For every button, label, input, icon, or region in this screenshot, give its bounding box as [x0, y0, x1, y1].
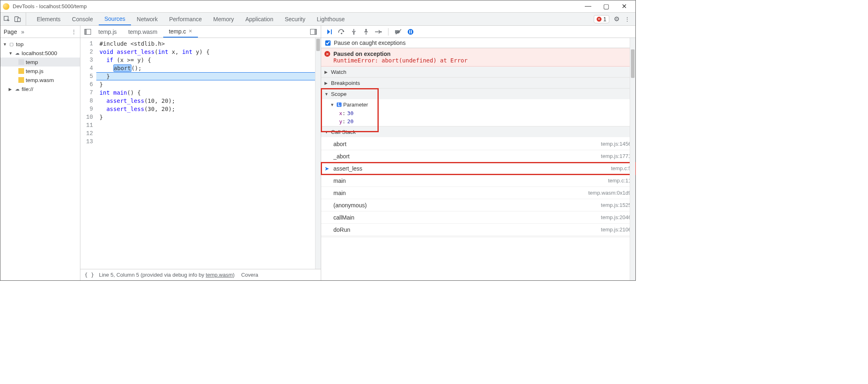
local-badge-icon: L: [337, 102, 342, 107]
scope-variable[interactable]: y: 20: [321, 117, 635, 125]
deactivate-breakpoints-icon[interactable]: [394, 28, 402, 36]
inspect-icon[interactable]: [4, 16, 10, 22]
toggle-debugger-icon[interactable]: [309, 29, 318, 35]
editor-panel: temp.jstemp.wasmtemp.c✕ 1234567891011121…: [80, 26, 321, 280]
pause-on-caught-row[interactable]: Pause on caught exceptions: [321, 38, 635, 48]
error-circle-icon: ✕: [324, 51, 330, 57]
tab-network[interactable]: Network: [131, 13, 163, 25]
svg-rect-15: [411, 30, 412, 33]
toggle-navigator-icon[interactable]: [83, 26, 93, 38]
tab-lighthouse[interactable]: Lighthouse: [311, 13, 351, 25]
window-title: DevTools - localhost:5000/temp: [13, 3, 584, 9]
step-into-icon[interactable]: [350, 28, 358, 36]
callstack-frame[interactable]: maintemp.wasm:0x1d9: [321, 187, 635, 199]
paused-detail: RuntimeError: abort(undefined) at Error: [333, 57, 631, 64]
svg-rect-6: [315, 29, 317, 34]
more-menu-icon[interactable]: ⋮: [624, 16, 630, 22]
pretty-print-icon[interactable]: { }: [84, 272, 94, 278]
callstack-frame[interactable]: _aborttemp.js:1771: [321, 150, 635, 162]
script-icon: [18, 77, 24, 83]
navigator-page-label[interactable]: Page: [4, 29, 17, 35]
editor-tab[interactable]: temp.js: [93, 26, 122, 38]
tree-file[interactable]: temp: [0, 58, 80, 67]
editor-tab[interactable]: temp.wasm: [122, 26, 163, 38]
file-tree: ▼ top ▼ localhost:5000 temptemp.jstemp.w…: [0, 38, 80, 280]
navigator-overflow-icon[interactable]: »: [21, 29, 24, 35]
toolbar-separator: [388, 28, 388, 36]
callstack-frame[interactable]: ➤assert_lesstemp.c:5: [321, 162, 635, 175]
pause-on-caught-label: Pause on caught exceptions: [334, 40, 406, 46]
step-over-icon[interactable]: [337, 28, 346, 36]
tab-console[interactable]: Console: [66, 13, 98, 25]
script-icon: [18, 68, 24, 74]
devtools-window: DevTools - localhost:5000/temp — ▢ ✕ Ele…: [0, 0, 636, 281]
device-toggle-icon[interactable]: [14, 16, 21, 22]
navigator-header: Page » ⋮: [0, 26, 80, 38]
frame-location: temp.js:1525: [601, 202, 631, 208]
scope-variable[interactable]: x: 30: [321, 109, 635, 117]
breakpoints-section-header[interactable]: ▶ Breakpoints: [321, 78, 635, 88]
tab-memory[interactable]: Memory: [208, 13, 240, 25]
debugger-toolbar: [321, 26, 635, 38]
svg-point-8: [341, 33, 342, 34]
frame-location: temp.js:2046: [601, 214, 631, 220]
settings-icon[interactable]: ⚙: [613, 16, 620, 22]
debug-info-source-link[interactable]: temp.wasm: [206, 272, 233, 278]
close-tab-icon[interactable]: ✕: [189, 29, 192, 34]
tree-origin[interactable]: ▼ localhost:5000: [0, 49, 80, 58]
tab-sources[interactable]: Sources: [99, 13, 131, 25]
error-count-badge[interactable]: ✕ 1: [594, 15, 609, 23]
navigator-panel: Page » ⋮ ▼ top ▼ localhost:5000 temptemp…: [0, 26, 80, 280]
debugger-scrollbar[interactable]: [630, 38, 635, 280]
frame-location: temp.c:11: [608, 178, 631, 184]
callstack-frame[interactable]: doRuntemp.js:2106: [321, 224, 635, 236]
caret-icon: ▼: [324, 130, 329, 134]
caret-icon: ▼: [324, 92, 329, 96]
tree-file[interactable]: temp.wasm: [0, 75, 80, 84]
callstack-frame[interactable]: callMaintemp.js:2046: [321, 211, 635, 224]
code-area[interactable]: #include <stdlib.h>void assert_less(int …: [96, 38, 321, 269]
callstack-frame[interactable]: (anonymous)temp.js:1525: [321, 199, 635, 211]
resume-icon[interactable]: [325, 28, 333, 36]
code-editor[interactable]: 12345678910111213 #include <stdlib.h>voi…: [80, 38, 321, 269]
paused-message: ✕ Paused on exception RuntimeError: abor…: [321, 48, 635, 67]
navigator-more-icon[interactable]: ⋮: [71, 29, 77, 35]
callstack-section-header[interactable]: ▼ Call Stack: [321, 127, 635, 137]
pause-on-caught-checkbox[interactable]: [325, 40, 331, 46]
coverage-label: Covera: [241, 272, 258, 278]
frame-location: temp.js:1456: [601, 141, 631, 147]
close-button[interactable]: ✕: [620, 2, 628, 10]
editor-tab[interactable]: temp.c✕: [163, 26, 198, 38]
paused-title: Paused on exception: [333, 51, 631, 57]
caret-icon: ▶: [324, 70, 329, 74]
svg-point-9: [353, 33, 355, 35]
svg-point-10: [365, 29, 367, 30]
tree-file[interactable]: temp.js: [0, 67, 80, 75]
caret-icon: ▼: [3, 42, 7, 47]
tab-security[interactable]: Security: [279, 13, 311, 25]
callstack-frame[interactable]: maintemp.c:11: [321, 175, 635, 187]
callstack-body: aborttemp.js:1456_aborttemp.js:1771➤asse…: [321, 137, 635, 237]
pause-exceptions-icon[interactable]: [406, 28, 415, 36]
scope-group[interactable]: ▼ L Parameter: [321, 100, 635, 109]
cloud-icon: [14, 86, 20, 92]
tab-performance[interactable]: Performance: [163, 13, 207, 25]
scrollbar-thumb[interactable]: [631, 49, 635, 78]
tab-application[interactable]: Application: [240, 13, 279, 25]
step-icon[interactable]: [374, 28, 382, 36]
svg-rect-4: [85, 29, 87, 34]
frame-icon: [9, 41, 14, 47]
callstack-frame[interactable]: aborttemp.js:1456: [321, 138, 635, 150]
tree-top[interactable]: ▼ top: [0, 40, 80, 49]
minimize-button[interactable]: —: [584, 2, 592, 10]
frame-location: temp.js:1771: [601, 153, 631, 159]
document-icon: [18, 59, 24, 65]
tab-elements[interactable]: Elements: [31, 13, 66, 25]
maximize-button[interactable]: ▢: [602, 2, 610, 10]
debugger-panel: Pause on caught exceptions ✕ Paused on e…: [321, 26, 635, 280]
step-out-icon[interactable]: [362, 28, 370, 36]
svg-rect-7: [331, 29, 332, 34]
watch-section-header[interactable]: ▶ Watch: [321, 67, 635, 77]
scope-section-header[interactable]: ▼ Scope: [321, 89, 635, 99]
tree-file-scheme[interactable]: ▶ file://: [0, 84, 80, 93]
